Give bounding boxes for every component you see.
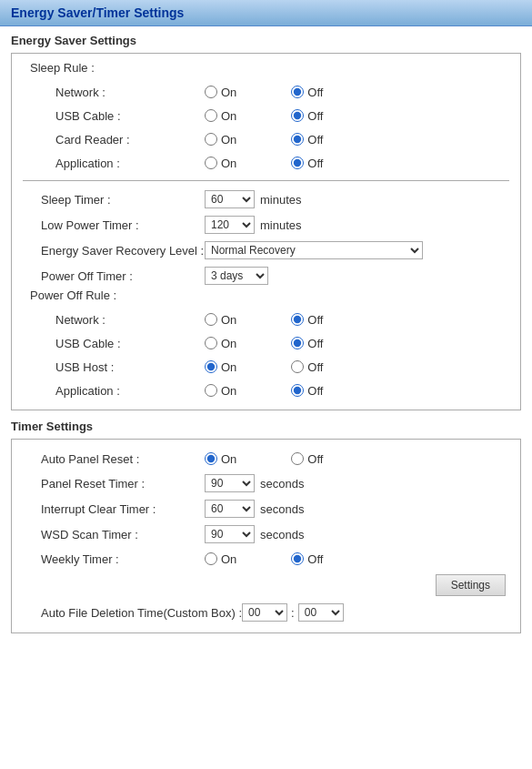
poweroff-network-radio-group: On Off: [205, 313, 323, 327]
sleep-application-on-option[interactable]: On: [205, 157, 236, 170]
sleep-usb-cable-on-option[interactable]: On: [205, 109, 236, 123]
interrupt-clear-timer-unit: seconds: [260, 502, 304, 516]
sleep-application-label: Application :: [23, 157, 205, 170]
poweroff-usb-host-off-radio[interactable]: [291, 360, 304, 373]
recovery-level-row: Energy Saver Recovery Level : Normal Rec…: [23, 238, 509, 263]
sleep-card-reader-radio-group: On Off: [205, 133, 323, 147]
power-off-timer-select[interactable]: 1 day 2 days 3 days 4 days 5 days 6 days…: [205, 267, 268, 285]
panel-reset-timer-unit: seconds: [260, 477, 304, 491]
panel-reset-timer-row: Panel Reset Timer : 30 60 90 120 180 240…: [23, 471, 509, 496]
energy-saver-box: Sleep Rule : Network : On Off USB Cable …: [11, 53, 521, 410]
sleep-usb-cable-radio-group: On Off: [205, 109, 323, 123]
poweroff-usb-host-on-label: On: [221, 360, 236, 374]
sleep-application-on-radio[interactable]: [205, 157, 217, 169]
sleep-application-radio-group: On Off: [205, 157, 323, 170]
poweroff-usb-host-on-radio[interactable]: [205, 360, 217, 373]
poweroff-application-on-option[interactable]: On: [205, 384, 236, 398]
poweroff-usb-cable-on-label: On: [221, 337, 236, 350]
auto-panel-reset-on-radio[interactable]: [205, 452, 217, 465]
sleep-application-off-radio[interactable]: [291, 157, 304, 169]
sleep-card-reader-off-radio[interactable]: [291, 133, 304, 146]
auto-file-deletion-row: Auto File Deletion Time(Custom Box) : 00…: [23, 600, 509, 625]
poweroff-usb-cable-off-radio[interactable]: [291, 337, 304, 349]
poweroff-application-on-label: On: [221, 384, 236, 398]
poweroff-network-on-radio[interactable]: [205, 313, 217, 326]
panel-reset-timer-label: Panel Reset Timer :: [23, 477, 205, 491]
weekly-timer-on-label: On: [221, 552, 236, 566]
weekly-timer-off-option[interactable]: Off: [291, 552, 323, 566]
poweroff-usb-cable-radio-group: On Off: [205, 337, 323, 350]
poweroff-usb-cable-off-label: Off: [307, 337, 323, 350]
poweroff-application-off-label: Off: [307, 384, 323, 398]
sleep-usb-cable-off-radio[interactable]: [291, 109, 304, 122]
weekly-timer-radio-group: On Off: [205, 552, 323, 566]
power-off-timer-row: Power Off Timer : 1 day 2 days 3 days 4 …: [23, 263, 509, 288]
poweroff-usb-host-off-option[interactable]: Off: [291, 360, 323, 374]
auto-panel-reset-radio-group: On Off: [205, 452, 323, 466]
poweroff-network-on-option[interactable]: On: [205, 313, 236, 327]
sleep-usb-cable-label: USB Cable :: [23, 109, 205, 123]
poweroff-usb-cable-on-option[interactable]: On: [205, 337, 236, 350]
poweroff-usb-host-off-label: Off: [307, 360, 323, 374]
power-off-rule-label: Power Off Rule :: [23, 288, 509, 302]
poweroff-usb-cable-on-radio[interactable]: [205, 337, 217, 349]
poweroff-application-off-option[interactable]: Off: [291, 384, 323, 398]
sleep-card-reader-on-radio[interactable]: [205, 133, 217, 146]
interrupt-clear-timer-select[interactable]: 10 20 30 60 90 120: [205, 500, 255, 518]
sleep-usb-cable-on-radio[interactable]: [205, 109, 217, 122]
auto-panel-reset-off-radio[interactable]: [291, 452, 304, 465]
auto-file-deletion-label: Auto File Deletion Time(Custom Box) :: [23, 606, 242, 620]
auto-file-deletion-hour-select[interactable]: 00 01020304 05060708 09101112 13141516 1…: [242, 603, 287, 622]
timer-settings-box: Auto Panel Reset : On Off Panel Reset Ti…: [11, 439, 521, 633]
sleep-card-reader-on-option[interactable]: On: [205, 133, 236, 147]
sleep-timer-label: Sleep Timer :: [23, 193, 205, 207]
poweroff-network-row: Network : On Off: [23, 308, 509, 331]
sleep-timer-row: Sleep Timer : 30 60 90 120 minutes: [23, 187, 509, 212]
auto-panel-reset-off-option[interactable]: Off: [291, 452, 323, 466]
weekly-timer-on-option[interactable]: On: [205, 552, 236, 566]
sleep-card-reader-label: Card Reader :: [23, 133, 205, 147]
weekly-timer-off-radio[interactable]: [291, 552, 304, 565]
auto-panel-reset-label: Auto Panel Reset :: [23, 452, 205, 466]
poweroff-application-radio-group: On Off: [205, 384, 323, 398]
sleep-usb-cable-off-option[interactable]: Off: [291, 109, 323, 123]
wsd-scan-timer-select[interactable]: 10 20 30 60 90 120: [205, 525, 255, 543]
poweroff-application-off-radio[interactable]: [291, 384, 304, 397]
sleep-timer-select[interactable]: 30 60 90 120: [205, 190, 255, 208]
poweroff-network-off-radio[interactable]: [291, 313, 304, 326]
wsd-scan-timer-label: WSD Scan Timer :: [23, 528, 205, 541]
auto-file-deletion-minute-select[interactable]: 00 15 30 45: [298, 603, 344, 622]
auto-panel-reset-on-label: On: [221, 452, 236, 466]
sleep-network-off-radio[interactable]: [291, 86, 304, 98]
sleep-card-reader-off-option[interactable]: Off: [291, 133, 323, 147]
low-power-timer-select[interactable]: 60 90 120 180 240: [205, 216, 255, 234]
poweroff-usb-cable-off-option[interactable]: Off: [291, 337, 323, 350]
sleep-application-row: Application : On Off: [23, 151, 509, 175]
recovery-level-select[interactable]: Normal Recovery Power Saver Recovery Qui…: [205, 241, 423, 259]
sleep-rule-label: Sleep Rule :: [23, 61, 509, 75]
poweroff-usb-host-row: USB Host : On Off: [23, 355, 509, 379]
poweroff-usb-host-label: USB Host :: [23, 360, 205, 374]
poweroff-network-off-option[interactable]: Off: [291, 313, 323, 327]
poweroff-usb-cable-label: USB Cable :: [23, 337, 205, 350]
interrupt-clear-timer-row: Interrupt Clear Timer : 10 20 30 60 90 1…: [23, 496, 509, 521]
sleep-application-off-option[interactable]: Off: [291, 157, 323, 170]
poweroff-application-on-radio[interactable]: [205, 384, 217, 397]
auto-panel-reset-off-label: Off: [307, 452, 323, 466]
energy-saver-section-title: Energy Saver Settings: [11, 34, 521, 47]
weekly-timer-on-radio[interactable]: [205, 552, 217, 565]
poweroff-network-on-label: On: [221, 313, 236, 327]
panel-reset-timer-select[interactable]: 30 60 90 120 180 240: [205, 474, 255, 492]
sleep-network-on-radio[interactable]: [205, 86, 217, 98]
timer-section-title: Timer Settings: [11, 420, 521, 433]
sleep-network-off-option[interactable]: Off: [291, 86, 323, 99]
low-power-timer-label: Low Power Timer :: [23, 218, 205, 232]
weekly-timer-label: Weekly Timer :: [23, 552, 205, 566]
weekly-timer-settings-button[interactable]: Settings: [436, 574, 506, 596]
poweroff-network-off-label: Off: [307, 313, 323, 327]
sleep-network-label: Network :: [23, 86, 205, 99]
poweroff-usb-host-on-option[interactable]: On: [205, 360, 236, 374]
wsd-scan-timer-unit: seconds: [260, 528, 304, 541]
sleep-network-on-option[interactable]: On: [205, 86, 236, 99]
auto-panel-reset-on-option[interactable]: On: [205, 452, 236, 466]
